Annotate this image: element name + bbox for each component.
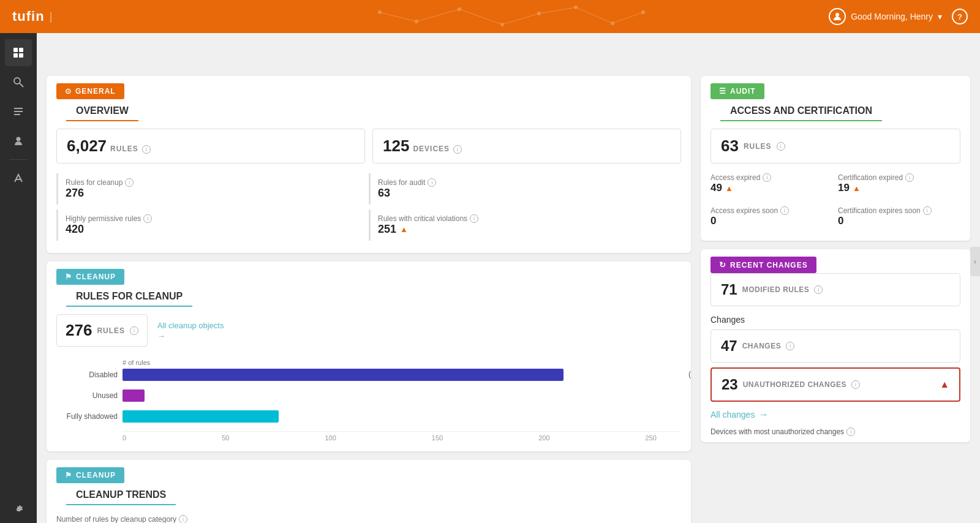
greeting-text: Good Morning, Henry: [851, 12, 933, 21]
cert-soon-stat: Certification expires soon i 0: [838, 203, 960, 231]
axis-100: 100: [325, 434, 336, 442]
cert-expired-value: 19 ▲: [838, 182, 960, 194]
bar-disabled: Disabled (196): [56, 369, 681, 381]
changes-count: 47: [721, 337, 737, 355]
svg-line-12: [539, 7, 576, 13]
svg-point-20: [14, 78, 20, 84]
rules-info-icon[interactable]: i: [142, 145, 151, 154]
access-expired-value: 49 ▲: [710, 182, 833, 194]
highly-permissive-value: 420: [66, 223, 356, 236]
cert-expired-label: Certification expired i: [838, 173, 960, 182]
svg-point-1: [415, 20, 418, 23]
svg-line-8: [380, 12, 417, 21]
left-column: ⊙ GENERAL OVERVIEW 6,027 RULES i 125: [47, 76, 691, 523]
audit-rules-stat: 63 RULES i: [710, 129, 960, 164]
critical-violations-label: Rules with critical violations i: [378, 214, 669, 223]
svg-rect-23: [14, 111, 23, 112]
all-cleanup-link[interactable]: All cleanup objects →: [157, 321, 224, 341]
cleanup-card: ⚑ CLEANUP RULES FOR CLEANUP 276 RULES i …: [47, 262, 691, 451]
svg-line-10: [459, 9, 502, 24]
access-expired-stat: Access expired i 49 ▲: [710, 170, 833, 198]
devices-stat-box[interactable]: 125 DEVICES i: [372, 129, 681, 164]
cleanup-trends-info[interactable]: i: [179, 515, 187, 523]
highly-permissive-info[interactable]: i: [143, 214, 152, 223]
sidebar-item-dashboard[interactable]: [5, 39, 32, 66]
rules-audit-stat: Rules for audit i 63: [369, 173, 676, 205]
svg-line-11: [502, 13, 539, 24]
modified-rules-info[interactable]: i: [814, 285, 823, 294]
access-soon-info[interactable]: i: [780, 206, 789, 215]
sidebar-item-topology[interactable]: [5, 165, 32, 192]
bar-unused-label: Unused: [56, 391, 118, 400]
axis-200: 200: [538, 434, 549, 442]
axis-250: 250: [646, 434, 657, 442]
recent-changes-tag-label: RECENT CHANGES: [730, 261, 808, 269]
rules-stat-box[interactable]: 6,027 RULES i: [56, 129, 365, 164]
critical-violations-stat: Rules with critical violations i 251 ▲: [369, 209, 676, 241]
topbar-separator: |: [50, 10, 53, 23]
highly-permissive-stat: Highly permissive rules i 420: [56, 209, 364, 241]
cleanup-tag: ⚑ CLEANUP: [56, 269, 124, 285]
all-changes-link[interactable]: All changes →: [701, 407, 970, 425]
critical-violations-info[interactable]: i: [470, 214, 478, 223]
sidebar-item-reports[interactable]: [5, 98, 32, 125]
overview-stat-row: 6,027 RULES i 125 DEVICES i: [47, 129, 691, 171]
recent-changes-card: ↻ RECENT CHANGES 71 MODIFIED RULES i Cha…: [701, 249, 970, 442]
bar-disabled-value: (196): [688, 370, 691, 378]
audit-card: ☰ AUDIT ACCESS AND CERTIFICATION 63 RULE…: [701, 76, 970, 241]
rules-cleanup-info[interactable]: i: [125, 178, 134, 187]
svg-rect-17: [19, 48, 23, 52]
devices-info-icon[interactable]: i: [453, 145, 462, 154]
access-soon-value: 0: [710, 215, 833, 227]
rules-audit-info[interactable]: i: [428, 178, 436, 187]
cleanup-bar-chart: # of rules Disabled (196) Unused (9): [47, 354, 691, 451]
changes-info[interactable]: i: [786, 342, 794, 350]
bar-unused: Unused (9): [56, 389, 681, 402]
highly-permissive-label: Highly permissive rules i: [66, 214, 356, 223]
bar-unused-fill: [123, 389, 145, 402]
cert-expired-info[interactable]: i: [905, 173, 914, 182]
recent-changes-tag: ↻ RECENT CHANGES: [710, 257, 816, 273]
sidebar-item-search[interactable]: [5, 69, 32, 96]
overview-title: OVERVIEW: [66, 99, 138, 121]
topbar-user[interactable]: Good Morning, Henry ▾: [829, 8, 942, 25]
sidebar-item-settings[interactable]: [5, 496, 32, 523]
audit-rules-info[interactable]: i: [777, 142, 785, 151]
audit-rules-count: 63: [721, 137, 739, 156]
svg-point-4: [537, 12, 541, 15]
unauth-info[interactable]: i: [851, 380, 860, 389]
audit-tag: ☰ AUDIT: [710, 83, 764, 99]
help-button[interactable]: ?: [952, 9, 968, 24]
cleanup-trends-tag: ⚑ CLEANUP: [56, 467, 124, 483]
devices-most-unauth-label: Devices with most unauthorized changes i: [701, 425, 970, 442]
access-expired-warning: ▲: [725, 184, 733, 193]
axis-0: 0: [123, 434, 126, 442]
rules-count: 6,027: [67, 137, 107, 156]
bar-disabled-fill: [123, 369, 564, 381]
svg-line-14: [612, 12, 643, 23]
access-expired-label: Access expired i: [710, 173, 833, 182]
cert-soon-info[interactable]: i: [923, 206, 932, 215]
sidebar-item-users[interactable]: [5, 127, 32, 154]
cleanup-trends-card: ⚑ CLEANUP CLEANUP TRENDS Number of rules…: [47, 460, 691, 523]
all-changes-text: All changes: [710, 410, 755, 420]
svg-rect-18: [13, 53, 18, 58]
cleanup-section-title: RULES FOR CLEANUP: [66, 285, 192, 307]
topbar-right: Good Morning, Henry ▾ ?: [829, 8, 968, 25]
access-expired-info[interactable]: i: [763, 173, 771, 182]
cert-soon-value: 0: [838, 215, 960, 227]
general-tag-label: GENERAL: [75, 87, 116, 96]
bar-unused-container: (9): [123, 389, 681, 402]
rules-label: RULES: [110, 145, 138, 153]
main-content: ⊙ GENERAL OVERVIEW 6,027 RULES i 125: [37, 66, 980, 523]
cleanup-rules-info[interactable]: i: [130, 326, 138, 335]
all-cleanup-arrow: →: [157, 331, 224, 341]
access-soon-stat: Access expires soon i 0: [710, 203, 833, 231]
rules-cleanup-label: Rules for cleanup i: [66, 178, 356, 187]
cleanup-rules-stat-box[interactable]: 276 RULES i: [56, 314, 148, 347]
bar-shadowed-fill: [123, 410, 279, 423]
sidebar-divider: [9, 159, 28, 160]
cleanup-tag-label: CLEANUP: [76, 273, 116, 281]
sidebar-pull-tab[interactable]: ‹: [970, 247, 980, 276]
devices-most-info[interactable]: i: [846, 427, 855, 436]
